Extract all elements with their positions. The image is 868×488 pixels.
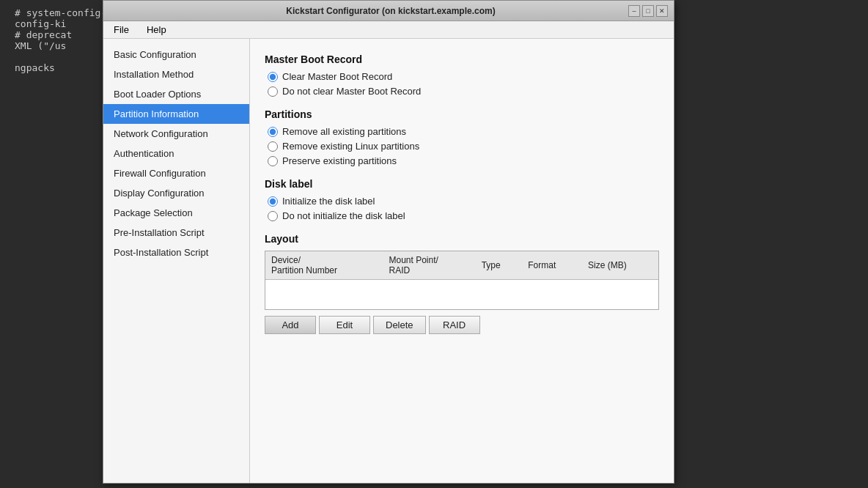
partition-remove-linux-row: Remove existing Linux partitions bbox=[265, 141, 659, 152]
layout-table: Device/Partition Number Mount Point/RAID… bbox=[265, 251, 658, 309]
sidebar-item-package-selection[interactable]: Package Selection bbox=[103, 203, 249, 223]
mbr-clear-radio[interactable] bbox=[268, 72, 278, 82]
disk-init-row: Initialize the disk label bbox=[265, 196, 659, 207]
disk-label-group: Initialize the disk label Do not initial… bbox=[265, 196, 659, 221]
partitions-title: Partitions bbox=[265, 108, 659, 120]
sidebar-item-firewall-configuration[interactable]: Firewall Configuration bbox=[103, 163, 249, 183]
minimize-button[interactable]: – bbox=[628, 5, 640, 17]
col-mount: Mount Point/RAID bbox=[383, 251, 476, 280]
col-device: Device/Partition Number bbox=[265, 251, 383, 280]
disk-init-radio[interactable] bbox=[268, 196, 278, 207]
main-panel: Master Boot Record Clear Master Boot Rec… bbox=[250, 39, 674, 483]
master-boot-record-title: Master Boot Record bbox=[265, 53, 659, 65]
col-type: Type bbox=[476, 251, 523, 280]
layout-title: Layout bbox=[265, 233, 659, 245]
sidebar-item-post-installation-script[interactable]: Post-Installation Script bbox=[103, 243, 249, 262]
window-title: Kickstart Configurator (on kickstart.exa… bbox=[153, 6, 628, 16]
close-button[interactable]: ✕ bbox=[656, 5, 668, 17]
disk-no-init-label: Do not initialize the disk label bbox=[282, 210, 405, 221]
partitions-group: Remove all existing partitions Remove ex… bbox=[265, 126, 659, 166]
title-bar: Kickstart Configurator (on kickstart.exa… bbox=[103, 1, 674, 21]
partition-remove-linux-radio[interactable] bbox=[268, 141, 278, 152]
layout-section: Layout Device/Partition Number Mount Poi… bbox=[265, 233, 659, 334]
sidebar-item-pre-installation-script[interactable]: Pre-Installation Script bbox=[103, 223, 249, 243]
content-area: Basic Configuration Installation Method … bbox=[103, 39, 674, 483]
add-button[interactable]: Add bbox=[265, 316, 316, 334]
menu-file[interactable]: File bbox=[109, 23, 133, 37]
mbr-no-clear-label: Do not clear Master Boot Record bbox=[282, 86, 421, 97]
delete-button[interactable]: Delete bbox=[373, 316, 426, 334]
partition-remove-all-row: Remove all existing partitions bbox=[265, 126, 659, 137]
raid-button[interactable]: RAID bbox=[429, 316, 480, 334]
partition-remove-all-radio[interactable] bbox=[268, 127, 278, 137]
partition-remove-all-label: Remove all existing partitions bbox=[282, 126, 406, 137]
disk-no-init-row: Do not initialize the disk label bbox=[265, 210, 659, 221]
table-row-empty bbox=[265, 280, 658, 309]
sidebar-item-display-configuration[interactable]: Display Configuration bbox=[103, 183, 249, 203]
disk-no-init-radio[interactable] bbox=[268, 211, 278, 221]
sidebar-item-network-configuration[interactable]: Network Configuration bbox=[103, 124, 249, 144]
menu-bar: File Help bbox=[103, 21, 674, 39]
mbr-no-clear-radio[interactable] bbox=[268, 86, 278, 97]
layout-button-row: Add Edit Delete RAID bbox=[265, 316, 659, 334]
menu-help[interactable]: Help bbox=[142, 23, 171, 37]
sidebar-item-authentication[interactable]: Authentication bbox=[103, 144, 249, 163]
sidebar-item-installation-method[interactable]: Installation Method bbox=[103, 64, 249, 84]
window-controls: – □ ✕ bbox=[628, 5, 668, 17]
master-boot-record-group: Clear Master Boot Record Do not clear Ma… bbox=[265, 71, 659, 97]
sidebar-item-partition-information[interactable]: Partition Information bbox=[103, 104, 249, 124]
partition-preserve-row: Preserve existing partitions bbox=[265, 155, 659, 166]
sidebar: Basic Configuration Installation Method … bbox=[103, 39, 250, 483]
mbr-clear-label: Clear Master Boot Record bbox=[282, 71, 392, 82]
sidebar-item-boot-loader-options[interactable]: Boot Loader Options bbox=[103, 84, 249, 104]
maximize-button[interactable]: □ bbox=[642, 5, 654, 17]
main-window: Kickstart Configurator (on kickstart.exa… bbox=[103, 0, 674, 484]
mbr-option-no-clear: Do not clear Master Boot Record bbox=[265, 86, 659, 97]
mbr-option-clear: Clear Master Boot Record bbox=[265, 71, 659, 82]
disk-init-label: Initialize the disk label bbox=[282, 196, 375, 207]
partition-preserve-label: Preserve existing partitions bbox=[282, 155, 397, 166]
partition-preserve-radio[interactable] bbox=[268, 156, 278, 166]
partition-remove-linux-label: Remove existing Linux partitions bbox=[282, 141, 419, 152]
disk-label-title: Disk label bbox=[265, 178, 659, 190]
layout-table-container: Device/Partition Number Mount Point/RAID… bbox=[265, 251, 659, 310]
col-format: Format bbox=[522, 251, 582, 280]
sidebar-item-basic-configuration[interactable]: Basic Configuration bbox=[103, 45, 249, 64]
edit-button[interactable]: Edit bbox=[319, 316, 370, 334]
col-size: Size (MB) bbox=[582, 251, 658, 280]
